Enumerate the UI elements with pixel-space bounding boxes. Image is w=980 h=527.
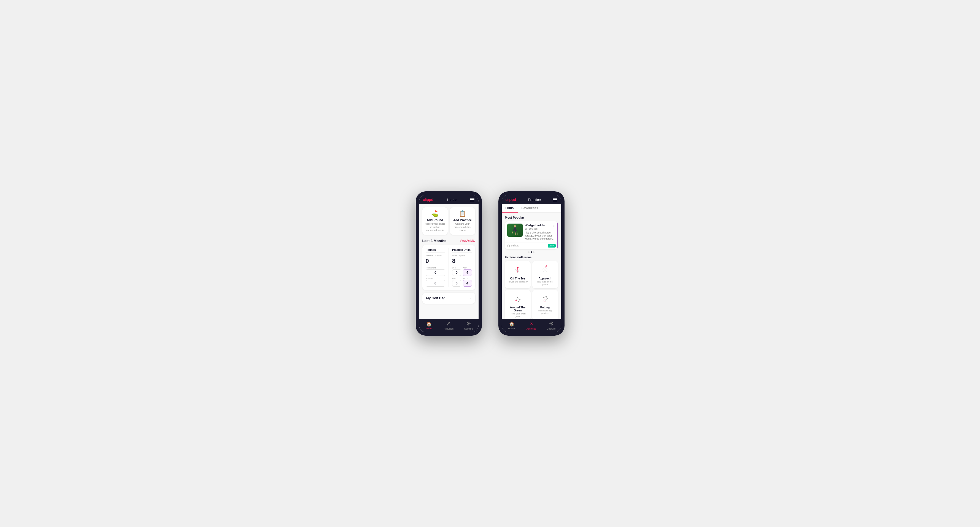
practice-col: Practice 0 [426,278,445,287]
drill-title-row: Wedge Ladder ☆ [525,224,556,227]
add-round-card[interactable]: ⛳ Add Round Record your shots in fast or… [422,207,448,235]
rounds-sub-row2: Practice 0 [426,278,445,287]
putting-icon [535,293,556,305]
tournament-label: Tournament [426,267,445,269]
skill-card-off-the-tee[interactable]: Off The Tee Power and accuracy [505,261,531,288]
drills-sub-row1: OTT 0 APP 4 [452,267,472,276]
tournament-col: Tournament 0 [426,267,445,276]
phone-2: clippd Practice Drills Favourites Most P… [498,191,565,336]
stats-divider [449,248,449,287]
svg-point-0 [448,322,449,324]
chevron-right-icon: › [470,296,471,300]
app-col: APP 4 [463,267,472,276]
add-round-title: Add Round [425,218,445,222]
approach-name: Approach [535,277,556,280]
rounds-value: 0 [426,257,445,265]
drills-sub-row2: ARG 0 PUTT 4 [452,278,472,287]
nav-home-p2[interactable]: 🏠 Home [502,319,522,332]
bottom-nav-home: 🏠 Home Activities [419,319,479,332]
page-title-home: Home [447,198,457,202]
add-practice-card[interactable]: 📋 Add Practice Capture your practice off… [450,207,475,235]
nav-capture-p2[interactable]: Capture [541,319,561,332]
nav-home[interactable]: 🏠 Home [419,319,439,332]
nav-activities[interactable]: Activities [439,319,459,332]
top-bar-practice: clippd Practice [502,195,561,204]
view-activity-link[interactable]: View Activity [460,239,475,242]
drill-golfer-image [507,224,523,237]
arg-value: 0 [452,280,461,287]
drill-card-inner: Wedge Ladder ☆ 50–100 yds Play 1 shot at… [505,221,558,243]
svg-point-8 [545,270,546,270]
stats-row: Rounds Rounds Capture 0 Tournament 0 Pra… [426,248,472,287]
dot-2 [531,251,532,253]
off-tee-desc: Power and accuracy [507,281,528,283]
add-practice-icon: 📋 [452,210,473,217]
menu-icon-practice[interactable] [553,198,557,201]
stats-card: Rounds Rounds Capture 0 Tournament 0 Pra… [422,245,475,290]
practice-value: 0 [426,280,445,287]
rounds-col: Rounds Rounds Capture 0 Tournament 0 Pra… [426,248,445,287]
approach-desc: Dial-in to hit the green [535,281,556,286]
nav-home-label: Home [425,327,432,330]
home-icon-p2: 🏠 [509,321,514,327]
nav-activities-p2[interactable]: Activities [522,319,541,332]
add-round-desc: Record your shots in fast or enhanced mo… [425,222,445,232]
explore-label: Explore skill areas [505,256,558,259]
activity-section-header: Last 3 Months View Activity [422,239,475,243]
page-title-practice: Practice [528,198,541,202]
around-green-name: Around The Green [507,306,528,312]
rounds-sub-row: Tournament 0 [426,267,445,276]
rounds-capture-label: Rounds Capture [426,254,445,257]
svg-point-9 [546,265,547,267]
drills-col-title: Practice Drills [452,248,472,253]
home-icon: 🏠 [426,321,432,327]
ott-col: OTT 0 [452,267,461,276]
practice-content: Most Popular [502,213,561,319]
most-popular-label: Most Popular [505,216,558,219]
dot-3 [533,251,535,253]
tab-drills[interactable]: Drills [502,204,518,212]
putt-label: PUTT [463,278,472,279]
skill-card-putting[interactable]: Putting Make and lag practice [532,290,558,319]
drill-badge: APP [548,244,555,248]
home-content: ⛳ Add Round Record your shots in fast or… [419,204,479,319]
drill-dots [505,251,558,253]
arg-label: ARG [452,278,461,279]
drill-title: Wedge Ladder [525,224,546,227]
phone-1: clippd Home ⛳ Add Round Record your shot… [416,191,482,336]
activities-icon-p2 [529,321,534,327]
nav-home-label-p2: Home [508,327,515,330]
nav-capture-label: Capture [464,327,473,330]
phone-2-screen: clippd Practice Drills Favourites Most P… [502,195,561,332]
ott-label: OTT [452,267,461,269]
drill-shots: 9 shots [507,244,519,247]
rounds-col-title: Rounds [426,248,445,253]
capture-icon-p2 [549,321,554,327]
capture-icon [466,321,471,327]
activities-icon [447,321,451,327]
putt-col: PUTT 4 [463,278,472,287]
skill-grid: Off The Tee Power and accuracy [505,261,558,319]
bottom-nav-practice: 🏠 Home Activities [502,319,561,332]
off-tee-name: Off The Tee [507,277,528,280]
app-label: APP [463,267,472,269]
tab-favourites[interactable]: Favourites [518,204,542,212]
nav-capture[interactable]: Capture [459,319,479,332]
putt-value: 4 [463,280,472,287]
drills-col: Practice Drills Drills Capture 8 OTT 0 A… [452,248,472,287]
skill-card-around-green[interactable]: Around The Green Hone your short game [505,290,531,319]
menu-icon[interactable] [470,198,474,201]
drill-card-wedge[interactable]: Wedge Ladder ☆ 50–100 yds Play 1 shot at… [505,221,558,249]
phone-1-screen: clippd Home ⛳ Add Round Record your shot… [419,195,479,332]
action-cards-row: ⛳ Add Round Record your shots in fast or… [422,207,475,235]
nav-activities-label: Activities [444,327,454,330]
drills-value: 8 [452,257,472,265]
tournament-value: 0 [426,269,445,276]
nav-activities-label-p2: Activities [527,327,536,330]
golf-bag-row[interactable]: My Golf Bag › [422,293,475,304]
drill-info: Wedge Ladder ☆ 50–100 yds Play 1 shot at… [525,224,556,240]
svg-point-3 [508,245,510,247]
skill-card-approach[interactable]: Approach Dial-in to hit the green [532,261,558,288]
svg-point-19 [531,322,532,324]
svg-point-2 [514,225,516,227]
